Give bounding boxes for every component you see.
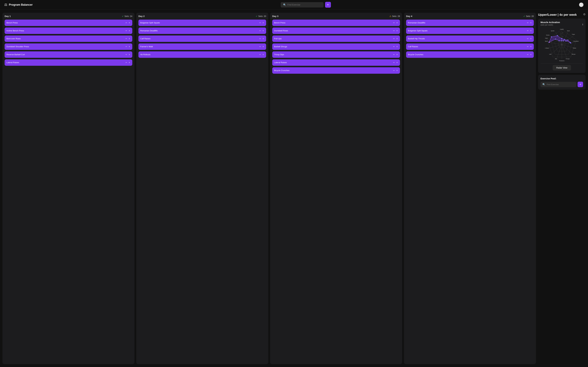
remove-exercise-button[interactable]: ✕ xyxy=(128,29,130,32)
exercise-card[interactable]: Bulgarian Split Squats✏✕ xyxy=(406,27,534,34)
exercise-card[interactable]: Romanian Deadlifts✏✕ xyxy=(138,27,266,34)
exercise-card[interactable]: Pull-Ups✏✕ xyxy=(272,35,400,42)
edit-exercise-button[interactable]: ✏ xyxy=(259,21,261,24)
remove-exercise-button[interactable]: ✕ xyxy=(262,45,264,48)
edit-exercise-button[interactable]: ✏ xyxy=(393,45,395,48)
info-button[interactable]: ℹ xyxy=(582,23,583,26)
remove-exercise-button[interactable]: ✕ xyxy=(128,21,130,24)
exercise-card[interactable]: Bench Press✏✕ xyxy=(272,20,400,26)
edit-exercise-button[interactable]: ✏ xyxy=(125,29,127,32)
remove-exercise-button[interactable]: ✕ xyxy=(396,61,398,64)
exercise-card[interactable]: Incline Bench Press✏✕ xyxy=(5,27,132,34)
edit-exercise-button[interactable]: ✏ xyxy=(527,45,529,48)
pool-add-button[interactable]: + xyxy=(578,82,583,87)
remove-exercise-button[interactable]: ✕ xyxy=(396,53,398,56)
remove-exercise-button[interactable]: ✕ xyxy=(262,29,264,32)
exercise-card[interactable]: Ab Rollouts✏✕ xyxy=(138,51,266,58)
edit-exercise-button[interactable]: ✏ xyxy=(393,69,395,72)
edit-exercise-button[interactable]: ✏ xyxy=(125,61,127,64)
remove-exercise-button[interactable]: ✕ xyxy=(128,53,130,56)
exercise-card[interactable]: Bicycle Crunches✏✕ xyxy=(406,51,534,58)
exercise-card[interactable]: Calf Raises✏✕ xyxy=(406,43,534,50)
day-1-header: Day 1✓ Sets: 24 xyxy=(5,15,132,17)
edit-exercise-button[interactable]: ✏ xyxy=(527,29,529,32)
app-title: Program Balancer xyxy=(9,3,33,6)
main-search-bar[interactable]: 🔍 xyxy=(281,2,324,8)
remove-exercise-button[interactable]: ✕ xyxy=(262,53,264,56)
remove-exercise-button[interactable]: ✕ xyxy=(530,37,532,40)
remove-exercise-button[interactable]: ✕ xyxy=(396,45,398,48)
remove-exercise-button[interactable]: ✕ xyxy=(530,45,532,48)
exercise-card[interactable]: Bicycle Crunches✏✕ xyxy=(272,67,400,74)
exercise-card[interactable]: Bench Press✏✕ xyxy=(5,20,132,26)
card-actions: ✏✕ xyxy=(393,53,398,56)
exercise-card[interactable]: Barbell Hip Thrusts✏✕ xyxy=(406,35,534,42)
radar-view-button[interactable]: Radar View xyxy=(553,65,571,70)
main-search-input[interactable] xyxy=(287,3,321,6)
pool-search-bar[interactable]: 🔍 xyxy=(541,82,576,87)
exercise-card[interactable]: Lateral Raises✏✕ xyxy=(272,59,400,66)
settings-button[interactable]: ⚙ xyxy=(583,13,586,16)
exercise-card[interactable]: Bent-over Rows✏✕ xyxy=(5,35,132,42)
edit-exercise-button[interactable]: ✏ xyxy=(527,21,529,24)
edit-exercise-button[interactable]: ✏ xyxy=(527,53,529,56)
remove-exercise-button[interactable]: ✕ xyxy=(530,21,532,24)
remove-exercise-button[interactable]: ✕ xyxy=(396,29,398,32)
edit-exercise-button[interactable]: ✏ xyxy=(125,37,127,40)
edit-exercise-button[interactable]: ✏ xyxy=(393,29,395,32)
svg-text:10: 10 xyxy=(562,36,563,37)
exercise-card[interactable]: Tricep Dips✏✕ xyxy=(272,51,400,58)
exercise-card[interactable]: Dumbbell Shoulder Press✏✕ xyxy=(5,43,132,50)
exercise-name: Bent-over Rows xyxy=(6,37,124,40)
edit-exercise-button[interactable]: ✏ xyxy=(393,53,395,56)
remove-exercise-button[interactable]: ✕ xyxy=(128,45,130,48)
remove-exercise-button[interactable]: ✕ xyxy=(396,37,398,40)
exercise-name: Ab Rollouts xyxy=(140,53,258,56)
exercise-name: Incline Bench Press xyxy=(6,30,124,32)
exercise-name: Bench Press xyxy=(6,22,124,24)
remove-exercise-button[interactable]: ✕ xyxy=(128,61,130,64)
edit-exercise-button[interactable]: ✏ xyxy=(259,45,261,48)
day-3-status-icon: ⚠ xyxy=(389,15,391,17)
remove-exercise-button[interactable]: ✕ xyxy=(530,53,532,56)
exercise-name: Bulgarian Split Squats xyxy=(140,22,258,24)
edit-exercise-button[interactable]: ✏ xyxy=(259,53,261,56)
exercise-pool-panel: Exercise Pool: 🔍 + xyxy=(538,75,586,90)
exercise-card[interactable]: Dumbbell Rows✏✕ xyxy=(272,27,400,34)
exercise-name: Tricep Dips xyxy=(274,53,392,56)
edit-exercise-button[interactable]: ✏ xyxy=(125,21,127,24)
edit-exercise-button[interactable]: ✏ xyxy=(259,29,261,32)
remove-exercise-button[interactable]: ✕ xyxy=(262,21,264,24)
exercise-card[interactable]: Calf Raises✏✕ xyxy=(138,35,266,42)
edit-exercise-button[interactable]: ✏ xyxy=(393,37,395,40)
exercise-name: Reverse Barbell Curl xyxy=(6,53,124,56)
remove-exercise-button[interactable]: ✕ xyxy=(128,37,130,40)
radar-label-hamstrings: Hamstrings xyxy=(545,37,548,39)
exercise-card[interactable]: Farmer's Walk✏✕ xyxy=(138,43,266,50)
header-add-button[interactable]: + xyxy=(325,2,331,8)
exercise-card[interactable]: Romanian Deadlifts✏✕ xyxy=(406,20,534,26)
exercise-card[interactable]: Reverse Barbell Curl✏✕ xyxy=(5,51,132,58)
edit-exercise-button[interactable]: ✏ xyxy=(527,37,529,40)
exercise-name: Farmer's Walk xyxy=(140,45,258,48)
exercise-card[interactable]: Barbell Shrugs✏✕ xyxy=(272,43,400,50)
exercise-card[interactable]: Bulgarian Split Squats✏✕ xyxy=(138,20,266,26)
pool-search-input[interactable] xyxy=(547,83,575,86)
remove-exercise-button[interactable]: ✕ xyxy=(262,37,264,40)
exercise-name: Romanian Deadlifts xyxy=(408,22,526,24)
edit-exercise-button[interactable]: ✏ xyxy=(125,53,127,56)
edit-exercise-button[interactable]: ✏ xyxy=(259,37,261,40)
remove-exercise-button[interactable]: ✕ xyxy=(530,29,532,32)
svg-point-36 xyxy=(551,36,552,37)
profile-icon[interactable]: ⚪ xyxy=(579,2,584,7)
remove-exercise-button[interactable]: ✕ xyxy=(396,69,398,72)
remove-exercise-button[interactable]: ✕ xyxy=(396,21,398,24)
day-1-sets: ✓ Sets: 24 xyxy=(122,15,132,17)
exercise-card[interactable]: Lateral Raises✏✕ xyxy=(5,59,132,66)
pool-search-icon: 🔍 xyxy=(542,83,545,86)
edit-exercise-button[interactable]: ✏ xyxy=(393,21,395,24)
edit-exercise-button[interactable]: ✏ xyxy=(393,61,395,64)
edit-exercise-button[interactable]: ✏ xyxy=(125,45,127,48)
radar-label-shoulders: Shoulders xyxy=(573,41,579,42)
day-2-header: Day 2✓ Sets: 20 xyxy=(138,15,266,17)
